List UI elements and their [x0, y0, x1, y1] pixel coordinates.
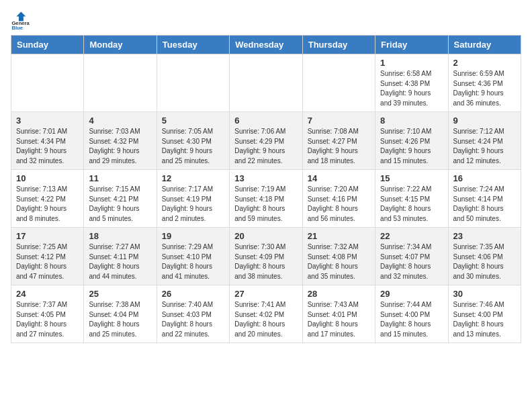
day-info: Sunrise: 7:27 AMSunset: 4:11 PMDaylight:…	[89, 242, 151, 281]
calendar-cell: 18Sunrise: 7:27 AMSunset: 4:11 PMDayligh…	[84, 228, 157, 285]
day-number: 24	[16, 289, 79, 299]
weekday-header-wednesday: Wednesday	[230, 36, 302, 54]
day-info: Sunrise: 7:37 AMSunset: 4:05 PMDaylight:…	[16, 300, 79, 339]
day-info: Sunrise: 7:12 AMSunset: 4:24 PMDaylight:…	[453, 127, 516, 166]
calendar-cell: 7Sunrise: 7:08 AMSunset: 4:27 PMDaylight…	[302, 112, 375, 170]
calendar-cell: 2Sunrise: 6:59 AMSunset: 4:36 PMDaylight…	[448, 54, 521, 112]
day-number: 26	[162, 289, 224, 299]
day-number: 20	[234, 231, 297, 241]
day-number: 6	[234, 116, 297, 126]
calendar-cell: 14Sunrise: 7:20 AMSunset: 4:16 PMDayligh…	[302, 170, 375, 228]
calendar-table: SundayMondayTuesdayWednesdayThursdayFrid…	[11, 35, 521, 343]
calendar-cell: 13Sunrise: 7:19 AMSunset: 4:18 PMDayligh…	[230, 170, 302, 228]
calendar-cell: 4Sunrise: 7:03 AMSunset: 4:32 PMDaylight…	[84, 112, 157, 170]
day-number: 12	[162, 173, 224, 183]
day-number: 11	[89, 173, 151, 183]
day-info: Sunrise: 7:25 AMSunset: 4:12 PMDaylight:…	[16, 242, 79, 281]
day-info: Sunrise: 7:41 AMSunset: 4:02 PMDaylight:…	[234, 300, 297, 339]
logo: GeneralBlue	[11, 11, 30, 30]
day-number: 9	[453, 116, 516, 126]
day-number: 19	[162, 231, 224, 241]
day-info: Sunrise: 6:58 AMSunset: 4:38 PMDaylight:…	[380, 69, 443, 108]
day-info: Sunrise: 7:43 AMSunset: 4:01 PMDaylight:…	[308, 300, 370, 339]
day-number: 13	[234, 173, 297, 183]
calendar-cell: 6Sunrise: 7:06 AMSunset: 4:29 PMDaylight…	[230, 112, 302, 170]
day-number: 15	[380, 173, 443, 183]
day-info: Sunrise: 7:13 AMSunset: 4:22 PMDaylight:…	[16, 185, 79, 224]
calendar-cell: 22Sunrise: 7:34 AMSunset: 4:07 PMDayligh…	[375, 228, 448, 285]
day-info: Sunrise: 7:15 AMSunset: 4:21 PMDaylight:…	[89, 185, 151, 224]
day-info: Sunrise: 7:10 AMSunset: 4:26 PMDaylight:…	[380, 127, 443, 166]
day-number: 23	[453, 231, 516, 241]
day-info: Sunrise: 7:17 AMSunset: 4:19 PMDaylight:…	[162, 185, 224, 224]
calendar-cell	[157, 54, 229, 112]
calendar-week-2: 3Sunrise: 7:01 AMSunset: 4:34 PMDaylight…	[11, 112, 521, 170]
weekday-header-monday: Monday	[84, 36, 157, 54]
calendar-cell: 3Sunrise: 7:01 AMSunset: 4:34 PMDaylight…	[11, 112, 84, 170]
day-number: 28	[308, 289, 370, 299]
calendar-week-3: 10Sunrise: 7:13 AMSunset: 4:22 PMDayligh…	[11, 170, 521, 228]
calendar-cell: 10Sunrise: 7:13 AMSunset: 4:22 PMDayligh…	[11, 170, 84, 228]
weekday-header-tuesday: Tuesday	[157, 36, 229, 54]
calendar-cell: 24Sunrise: 7:37 AMSunset: 4:05 PMDayligh…	[11, 285, 84, 343]
day-number: 7	[308, 116, 370, 126]
calendar-cell: 16Sunrise: 7:24 AMSunset: 4:14 PMDayligh…	[448, 170, 521, 228]
logo-icon: GeneralBlue	[11, 11, 30, 30]
day-number: 8	[380, 116, 443, 126]
calendar-header: SundayMondayTuesdayWednesdayThursdayFrid…	[11, 36, 521, 54]
day-info: Sunrise: 7:24 AMSunset: 4:14 PMDaylight:…	[453, 185, 516, 224]
calendar-cell: 1Sunrise: 6:58 AMSunset: 4:38 PMDaylight…	[375, 54, 448, 112]
day-number: 14	[308, 173, 370, 183]
calendar-cell: 15Sunrise: 7:22 AMSunset: 4:15 PMDayligh…	[375, 170, 448, 228]
day-info: Sunrise: 7:19 AMSunset: 4:18 PMDaylight:…	[234, 185, 297, 224]
day-info: Sunrise: 7:03 AMSunset: 4:32 PMDaylight:…	[89, 127, 151, 166]
day-number: 21	[308, 231, 370, 241]
day-info: Sunrise: 7:34 AMSunset: 4:07 PMDaylight:…	[380, 242, 443, 281]
day-number: 30	[453, 289, 516, 299]
calendar-cell: 12Sunrise: 7:17 AMSunset: 4:19 PMDayligh…	[157, 170, 229, 228]
day-info: Sunrise: 7:29 AMSunset: 4:10 PMDaylight:…	[162, 242, 224, 281]
calendar-cell: 23Sunrise: 7:35 AMSunset: 4:06 PMDayligh…	[448, 228, 521, 285]
svg-marker-0	[16, 11, 26, 21]
calendar-cell	[11, 54, 84, 112]
day-info: Sunrise: 7:46 AMSunset: 4:00 PMDaylight:…	[453, 300, 516, 339]
day-number: 25	[89, 289, 151, 299]
day-info: Sunrise: 7:01 AMSunset: 4:34 PMDaylight:…	[16, 127, 79, 166]
calendar-cell: 30Sunrise: 7:46 AMSunset: 4:00 PMDayligh…	[448, 285, 521, 343]
day-number: 16	[453, 173, 516, 183]
calendar-cell: 26Sunrise: 7:40 AMSunset: 4:03 PMDayligh…	[157, 285, 229, 343]
calendar-cell	[302, 54, 375, 112]
day-info: Sunrise: 7:20 AMSunset: 4:16 PMDaylight:…	[308, 185, 370, 224]
day-number: 18	[89, 231, 151, 241]
day-number: 4	[89, 116, 151, 126]
weekday-header-friday: Friday	[375, 36, 448, 54]
calendar-week-4: 17Sunrise: 7:25 AMSunset: 4:12 PMDayligh…	[11, 228, 521, 285]
day-info: Sunrise: 7:30 AMSunset: 4:09 PMDaylight:…	[234, 242, 297, 281]
day-number: 3	[16, 116, 79, 126]
calendar-cell: 21Sunrise: 7:32 AMSunset: 4:08 PMDayligh…	[302, 228, 375, 285]
calendar-cell: 9Sunrise: 7:12 AMSunset: 4:24 PMDaylight…	[448, 112, 521, 170]
day-number: 10	[16, 173, 79, 183]
day-info: Sunrise: 7:38 AMSunset: 4:04 PMDaylight:…	[89, 300, 151, 339]
day-info: Sunrise: 7:32 AMSunset: 4:08 PMDaylight:…	[308, 242, 370, 281]
calendar-cell: 28Sunrise: 7:43 AMSunset: 4:01 PMDayligh…	[302, 285, 375, 343]
svg-text:Blue: Blue	[11, 25, 23, 30]
day-number: 2	[453, 58, 516, 68]
calendar-week-1: 1Sunrise: 6:58 AMSunset: 4:38 PMDaylight…	[11, 54, 521, 112]
calendar-cell: 19Sunrise: 7:29 AMSunset: 4:10 PMDayligh…	[157, 228, 229, 285]
day-info: Sunrise: 7:35 AMSunset: 4:06 PMDaylight:…	[453, 242, 516, 281]
day-info: Sunrise: 7:05 AMSunset: 4:30 PMDaylight:…	[162, 127, 224, 166]
day-number: 5	[162, 116, 224, 126]
day-info: Sunrise: 7:40 AMSunset: 4:03 PMDaylight:…	[162, 300, 224, 339]
weekday-header-thursday: Thursday	[302, 36, 375, 54]
day-number: 27	[234, 289, 297, 299]
day-info: Sunrise: 6:59 AMSunset: 4:36 PMDaylight:…	[453, 69, 516, 108]
day-number: 1	[380, 58, 443, 68]
day-number: 17	[16, 231, 79, 241]
day-number: 22	[380, 231, 443, 241]
day-info: Sunrise: 7:08 AMSunset: 4:27 PMDaylight:…	[308, 127, 370, 166]
calendar-cell: 20Sunrise: 7:30 AMSunset: 4:09 PMDayligh…	[230, 228, 302, 285]
calendar-cell: 29Sunrise: 7:44 AMSunset: 4:00 PMDayligh…	[375, 285, 448, 343]
day-info: Sunrise: 7:22 AMSunset: 4:15 PMDaylight:…	[380, 185, 443, 224]
calendar-cell: 11Sunrise: 7:15 AMSunset: 4:21 PMDayligh…	[84, 170, 157, 228]
